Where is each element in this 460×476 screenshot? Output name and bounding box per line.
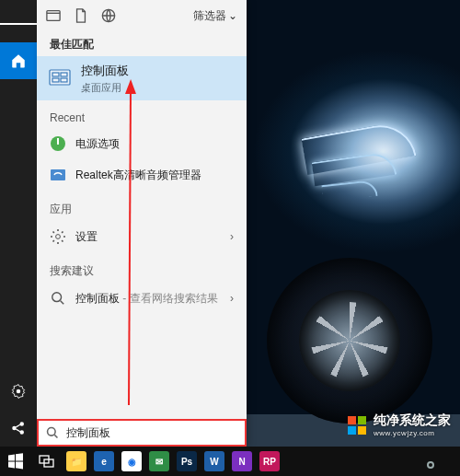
svg-rect-13 [51,169,65,180]
taskbar-app-wechat[interactable]: ✉ [149,451,169,471]
documents-scope-icon[interactable] [74,8,88,23]
app-item-label: 设置 [75,229,98,245]
best-match-result[interactable]: 控制面板 桌面应用 [37,56,247,100]
svg-rect-12 [57,138,59,145]
svg-rect-10 [61,78,67,82]
section-recent: Recent [37,106,247,128]
app-item-settings[interactable]: 设置 › [37,221,247,252]
filter-label: 筛选器 [193,8,226,24]
chevron-down-icon: ⌄ [228,9,237,22]
section-apps: 应用 [37,196,247,221]
svg-point-15 [52,293,62,302]
taskbar-app-ie[interactable]: e [94,451,114,471]
chevron-right-icon: › [230,230,234,243]
taskbar-app-photoshop[interactable]: Ps [177,451,197,471]
svg-rect-7 [52,73,59,76]
settings-icon [50,228,66,245]
menu-icon[interactable] [0,6,37,42]
svg-rect-4 [47,11,60,21]
watermark-url: www.ycwjzy.com [374,429,451,437]
svg-point-3 [20,430,25,435]
tray-indicator[interactable] [427,461,434,469]
watermark-brand: 纯净系统之家 [374,412,451,429]
activity-bar [0,0,37,447]
recent-item-label: 电源选项 [75,136,120,152]
chevron-right-icon: › [230,292,234,305]
recent-item-power[interactable]: 电源选项 [37,128,247,159]
taskbar-app-explorer[interactable]: 📁 [66,451,86,471]
svg-point-2 [20,422,25,426]
settings-gear-icon[interactable] [0,373,37,410]
site-watermark: 纯净系统之家 www.ycwjzy.com [348,412,451,437]
svg-point-0 [17,389,21,394]
start-search-panel: 筛选器 ⌄ 最佳匹配 控制面板 桌面应用 Recent 电源选项 [37,0,247,447]
section-best-match: 最佳匹配 [37,31,247,56]
start-button[interactable] [0,447,31,476]
panel-header: 筛选器 ⌄ [37,0,247,31]
suggestion-query: 控制面板 [75,292,120,305]
share-icon[interactable] [0,410,37,447]
power-options-icon [50,135,66,152]
svg-rect-9 [52,78,59,82]
taskbar-pinned-apps: 📁 e ◉ ✉ Ps W N RP [63,451,283,471]
search-icon [50,290,66,307]
taskbar-app-chrome[interactable]: ◉ [121,451,142,471]
best-match-subtitle: 桌面应用 [81,81,129,95]
svg-rect-8 [61,73,67,76]
svg-point-14 [56,235,61,239]
section-suggest: 搜索建议 [37,258,247,283]
svg-point-1 [12,426,17,431]
task-view-button[interactable] [31,447,63,476]
search-input[interactable] [66,426,237,439]
filter-dropdown[interactable]: 筛选器 ⌄ [193,8,237,24]
taskbar-app-axure[interactable]: RP [259,451,280,471]
web-scope-icon[interactable] [101,8,116,23]
realtek-audio-icon [50,167,66,183]
search-suggestion[interactable]: 控制面板 - 查看网络搜索结果 › [37,283,247,314]
search-box-highlighted[interactable] [37,419,247,447]
taskbar-app-onenote[interactable]: N [232,451,252,471]
recent-item-label: Realtek高清晰音频管理器 [75,168,201,183]
apps-scope-icon[interactable] [46,8,61,23]
home-icon[interactable] [0,42,37,79]
recent-item-realtek[interactable]: Realtek高清晰音频管理器 [37,159,247,191]
taskbar-app-word[interactable]: W [204,451,224,471]
control-panel-icon [48,66,72,90]
taskbar: 📁 e ◉ ✉ Ps W N RP [0,447,460,476]
search-icon [46,426,59,439]
suggestion-hint: - 查看网络搜索结果 [120,292,218,305]
best-match-title: 控制面板 [81,63,129,79]
svg-point-17 [48,428,56,436]
watermark-logo [348,416,366,435]
